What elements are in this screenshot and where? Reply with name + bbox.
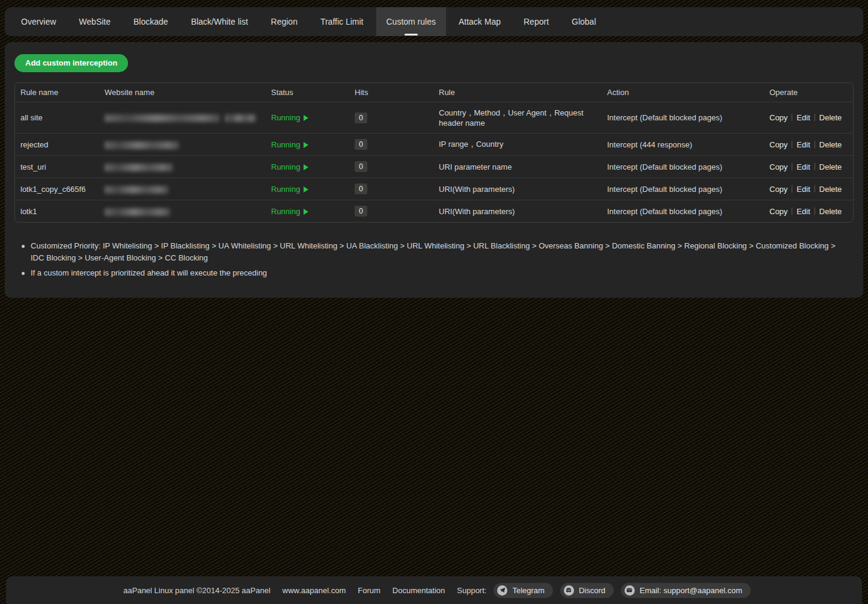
tab-website[interactable]: WebSite — [69, 7, 121, 36]
rule-cell: Country，Method，User Agent，Request header… — [433, 102, 602, 133]
status-label: Running — [271, 162, 300, 171]
rule-cell: URI(With parameters) — [433, 177, 602, 200]
divider — [792, 114, 792, 121]
play-icon — [304, 115, 308, 121]
copy-link[interactable]: Copy — [769, 185, 787, 194]
telegram-label: Telegram — [512, 586, 544, 595]
col-rule: Rule — [433, 83, 602, 102]
divider — [815, 114, 815, 121]
hits-badge: 0 — [355, 206, 367, 217]
action-cell: Intercept (Default blocked pages) — [602, 200, 764, 222]
play-icon — [304, 186, 308, 193]
website-link[interactable]: www.aapanel.com — [283, 586, 346, 595]
top-nav-bar: Overview WebSite Blockade Black/White li… — [5, 7, 863, 36]
copyright-text: aaPanel Linux panel ©2014-2025 aaPanel — [123, 586, 270, 595]
status-label: Running — [271, 113, 300, 122]
tab-blockade[interactable]: Blockade — [123, 7, 179, 36]
table-row: lotk1_copy_c665f6 Running 0 URI(With par… — [15, 177, 853, 200]
edit-link[interactable]: Edit — [796, 207, 810, 216]
rule-cell: IP range，Country — [433, 133, 602, 155]
table-row: test_uri Running 0 URI parameter name In… — [15, 155, 853, 177]
rule-name-cell: lotk1 — [15, 200, 99, 222]
website-name-cell — [99, 177, 266, 200]
status-label: Running — [271, 185, 300, 194]
table-row: lotk1 Running 0 URI(With parameters) Int… — [15, 200, 853, 222]
website-name-cell — [99, 200, 266, 222]
tab-global[interactable]: Global — [561, 7, 606, 36]
rule-cell: URI(With parameters) — [433, 200, 602, 222]
delete-link[interactable]: Delete — [819, 162, 842, 171]
action-cell: Intercept (Default blocked pages) — [602, 102, 764, 133]
rule-name-cell: rejected — [15, 133, 99, 155]
table-row: rejected Running 0 IP range，Country Inte… — [15, 133, 853, 155]
status-running-toggle[interactable]: Running — [271, 113, 308, 122]
status-running-toggle[interactable]: Running — [271, 207, 308, 216]
rule-cell: URI parameter name — [433, 155, 602, 177]
notes-list: Customized Priority: IP Whitelisting > I… — [20, 240, 854, 279]
footer-bar: aaPanel Linux panel ©2014-2025 aaPanel w… — [6, 576, 862, 604]
redacted-website-name — [105, 186, 168, 194]
play-icon — [304, 209, 308, 215]
copy-link[interactable]: Copy — [769, 113, 787, 122]
divider — [815, 163, 815, 170]
tab-traffic-limit[interactable]: Traffic Limit — [310, 7, 374, 36]
col-website-name: Website name — [99, 83, 266, 102]
delete-link[interactable]: Delete — [819, 113, 842, 122]
documentation-link[interactable]: Documentation — [393, 586, 445, 595]
support-label: Support: — [457, 586, 486, 595]
edit-link[interactable]: Edit — [796, 140, 810, 149]
divider — [792, 208, 792, 215]
tab-report[interactable]: Report — [513, 7, 559, 36]
status-running-toggle[interactable]: Running — [271, 162, 308, 171]
discord-label: Discord — [579, 586, 605, 595]
redacted-website-name — [105, 208, 170, 216]
divider — [815, 208, 815, 215]
copy-link[interactable]: Copy — [769, 207, 787, 216]
divider — [792, 163, 792, 170]
status-label: Running — [271, 207, 300, 216]
tab-attack-map[interactable]: Attack Map — [448, 7, 511, 36]
tab-custom-rules[interactable]: Custom rules — [376, 7, 446, 36]
copy-link[interactable]: Copy — [769, 140, 787, 149]
website-name-cell — [99, 102, 266, 133]
add-custom-interception-button[interactable]: Add custom interception — [14, 54, 128, 72]
discord-icon — [564, 585, 574, 596]
divider — [792, 141, 792, 148]
status-label: Running — [271, 140, 300, 149]
divider — [815, 141, 815, 148]
forum-link[interactable]: Forum — [358, 586, 381, 595]
divider — [815, 185, 815, 193]
hits-badge: 0 — [355, 183, 367, 194]
rule-name-cell: all site — [15, 102, 99, 133]
copy-link[interactable]: Copy — [769, 162, 787, 171]
col-status: Status — [266, 83, 349, 102]
telegram-button[interactable]: Telegram — [494, 583, 552, 598]
play-icon — [304, 164, 308, 170]
discord-button[interactable]: Discord — [560, 583, 614, 598]
redacted-website-name — [105, 114, 220, 122]
email-button[interactable]: Email: support@aapanel.com — [621, 583, 751, 598]
redacted-website-name — [105, 164, 173, 171]
play-icon — [304, 142, 308, 148]
edit-link[interactable]: Edit — [796, 162, 810, 171]
action-cell: Intercept (Default blocked pages) — [602, 155, 764, 177]
edit-link[interactable]: Edit — [796, 113, 810, 122]
col-hits: Hits — [349, 83, 433, 102]
tab-overview[interactable]: Overview — [11, 7, 66, 36]
custom-rules-table: Rule name Website name Status Hits Rule … — [14, 82, 854, 223]
hits-badge: 0 — [355, 139, 367, 150]
redacted-website-name — [225, 114, 256, 122]
edit-link[interactable]: Edit — [796, 185, 810, 194]
email-label: Email: support@aapanel.com — [640, 586, 742, 595]
redacted-website-name — [105, 141, 179, 149]
rule-name-cell: test_uri — [15, 155, 99, 177]
delete-link[interactable]: Delete — [819, 207, 842, 216]
delete-link[interactable]: Delete — [819, 185, 842, 194]
status-running-toggle[interactable]: Running — [271, 140, 308, 149]
status-running-toggle[interactable]: Running — [271, 185, 308, 194]
col-rule-name: Rule name — [15, 83, 99, 102]
tab-black-white-list[interactable]: Black/White list — [181, 7, 258, 36]
tab-region[interactable]: Region — [261, 7, 308, 36]
delete-link[interactable]: Delete — [819, 140, 842, 149]
custom-rules-panel: Add custom interception Rule name Websit… — [5, 42, 863, 298]
